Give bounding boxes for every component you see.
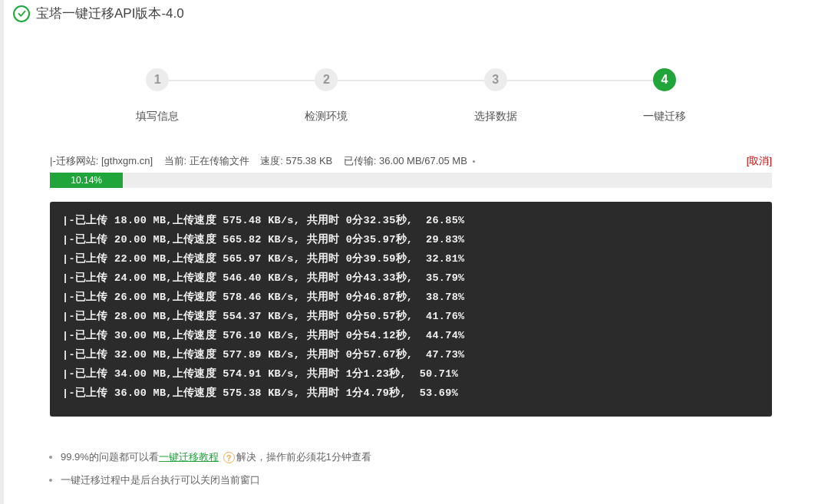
step-circle: 3 <box>484 68 507 91</box>
log-terminal[interactable]: |-已上传 18.00 MB,上传速度 575.48 KB/s, 共用时 0分3… <box>50 202 772 417</box>
tip-item-1: 99.9%的问题都可以看一键迁移教程 ?解决，操作前必须花1分钟查看 <box>61 450 772 464</box>
migration-panel: 宝塔一键迁移API版本-4.0 1填写信息2检测环境3选择数据4一键迁移 |-迁… <box>4 0 818 504</box>
site-label: |-迁移网站: <box>50 155 101 166</box>
step-1: 1填写信息 <box>73 68 242 124</box>
step-connector <box>169 80 315 81</box>
current-value: 正在传输文件 <box>190 155 249 166</box>
status-dot-icon <box>473 160 475 163</box>
dialog-header: 宝塔一键迁移API版本-4.0 <box>4 0 818 30</box>
progress-fill: 10.14% <box>50 173 123 188</box>
step-connector <box>507 80 653 81</box>
tip1-prefix: 99.9%的问题都可以看 <box>61 451 159 463</box>
window-left-edge <box>0 0 4 504</box>
step-label: 填写信息 <box>136 110 179 124</box>
tip-item-2: 一键迁移过程中是后台执行可以关闭当前窗口 <box>61 473 772 487</box>
transferred-label: 已传输: <box>344 155 379 166</box>
help-icon[interactable]: ? <box>223 452 235 463</box>
step-connector <box>338 80 483 81</box>
speed-label: 速度: <box>260 155 285 166</box>
status-row: |-迁移网站: [gthxgm.cn] 当前: 正在传输文件 速度: 575.3… <box>50 154 772 168</box>
step-label: 检测环境 <box>305 110 348 124</box>
status-text: |-迁移网站: [gthxgm.cn] 当前: 正在传输文件 速度: 575.3… <box>50 154 475 168</box>
tip1-suffix: 解决，操作前必须花1分钟查看 <box>236 451 371 463</box>
tips-list: 99.9%的问题都可以看一键迁移教程 ?解决，操作前必须花1分钟查看 一键迁移过… <box>50 450 772 487</box>
site-value: [gthxgm.cn] <box>101 155 153 166</box>
step-circle: 4 <box>653 68 676 91</box>
step-3: 3选择数据 <box>411 68 580 124</box>
progress-bar: 10.14% <box>50 173 772 188</box>
step-circle: 2 <box>315 68 338 91</box>
tip2-text: 一键迁移过程中是后台执行可以关闭当前窗口 <box>61 474 260 486</box>
current-label: 当前: <box>164 155 190 166</box>
speed-value: 575.38 KB <box>286 155 333 166</box>
step-4: 4一键迁移 <box>580 68 749 124</box>
progress-percent-text: 10.14% <box>71 175 102 186</box>
cancel-button[interactable]: [取消] <box>747 154 772 168</box>
step-2: 2检测环境 <box>242 68 411 124</box>
step-label: 选择数据 <box>474 110 517 124</box>
step-circle: 1 <box>146 68 169 91</box>
migration-tutorial-link[interactable]: 一键迁移教程 <box>159 451 219 463</box>
step-label: 一键迁移 <box>643 110 686 124</box>
check-circle-icon <box>13 5 30 22</box>
transferred-value: 36.00 MB/67.05 MB <box>379 155 467 166</box>
dialog-title: 宝塔一键迁移API版本-4.0 <box>36 5 184 22</box>
stepper: 1填写信息2检测环境3选择数据4一键迁移 <box>73 68 749 124</box>
